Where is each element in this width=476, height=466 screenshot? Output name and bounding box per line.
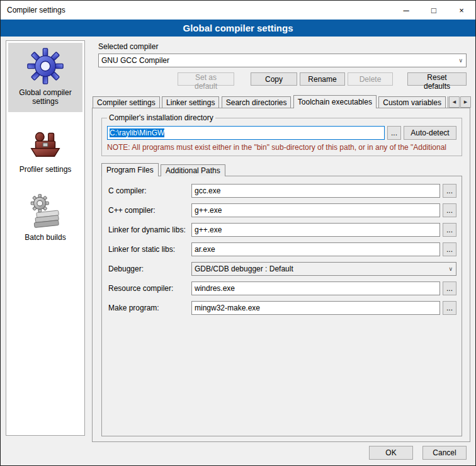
chevron-down-icon: ∨ (455, 54, 466, 67)
set-as-default-button[interactable]: Set as default (178, 72, 234, 86)
field-label: Linker for static libs: (108, 245, 191, 254)
dynamic-linker-input[interactable] (191, 223, 440, 237)
tab-toolchain-executables[interactable]: Toolchain executables (293, 95, 377, 108)
delete-button[interactable]: Delete (348, 72, 393, 86)
field-row-debugger: Debugger: GDB/CDB debugger : Default ∨ (108, 262, 456, 276)
sidebar-item-profiler-settings[interactable]: Profiler settings (8, 120, 82, 180)
field-label: Debugger: (108, 264, 191, 273)
subtab-additional-paths[interactable]: Additional Paths (161, 164, 225, 176)
window-controls: ─ □ × (392, 1, 475, 20)
sidebar-item-label: Global compiler settings (9, 88, 81, 106)
installation-directory-value: C:\raylib\MinGW (110, 128, 164, 137)
cancel-button[interactable]: Cancel (422, 446, 467, 460)
close-button[interactable]: × (448, 1, 475, 20)
ok-button[interactable]: OK (369, 446, 413, 460)
browse-cpp-compiler-button[interactable]: ... (443, 203, 456, 217)
field-row-resource-compiler: Resource compiler: ... (108, 281, 456, 295)
compiler-settings-window: Compiler settings ─ □ × Global compiler … (0, 0, 476, 466)
dialog-body: Global compiler settings Profiler settin… (1, 37, 475, 465)
browse-c-compiler-button[interactable]: ... (443, 184, 456, 198)
settings-tabstrip: Compiler settings Linker settings Search… (93, 95, 471, 108)
field-row-make-program: Make program: ... (108, 301, 456, 315)
tab-linker-settings[interactable]: Linker settings (162, 96, 219, 108)
main-panel: Selected compiler GNU GCC Compiler ∨ Set… (92, 37, 472, 465)
static-linker-input[interactable] (191, 242, 440, 256)
subtab-program-files[interactable]: Program Files (101, 163, 159, 176)
field-row-cpp-compiler: C++ compiler: ... (108, 203, 456, 217)
browse-directory-button[interactable]: ... (387, 126, 401, 140)
page-title: Global compiler settings (1, 20, 475, 37)
program-subtabs: Program Files Additional Paths (101, 163, 462, 176)
debugger-select[interactable]: GDB/CDB debugger : Default ∨ (191, 262, 456, 276)
tab-custom-variables[interactable]: Custom variables (378, 96, 446, 108)
window-title: Compiler settings (1, 6, 65, 14)
rename-button[interactable]: Rename (300, 72, 345, 86)
installation-directory-legend: Compiler's installation directory (107, 113, 215, 122)
sidebar-item-label: Profiler settings (9, 165, 81, 174)
compiler-select[interactable]: GNU GCC Compiler ∨ (98, 54, 467, 67)
reset-defaults-button[interactable]: Reset defaults (407, 72, 467, 86)
toolchain-executables-panel: Compiler's installation directory C:\ray… (92, 108, 470, 442)
maximize-button[interactable]: □ (420, 1, 448, 20)
tab-scroll-left-icon[interactable]: ◀ (449, 96, 460, 108)
batch-builds-icon (28, 193, 63, 229)
minimize-button[interactable]: ─ (392, 1, 420, 20)
titlebar: Compiler settings ─ □ × (1, 1, 475, 20)
tab-scroll-buttons: ◀ ▶ (448, 96, 471, 108)
gear-icon (27, 48, 64, 84)
selected-compiler-label: Selected compiler (98, 42, 158, 51)
tab-compiler-settings[interactable]: Compiler settings (93, 96, 160, 108)
browse-resource-compiler-button[interactable]: ... (443, 281, 456, 295)
tab-scroll-right-icon[interactable]: ▶ (460, 96, 471, 108)
field-label: Resource compiler: (108, 284, 191, 293)
debugger-select-value: GDB/CDB debugger : Default (195, 264, 293, 273)
sidebar-item-label: Batch builds (9, 233, 81, 242)
sidebar-item-global-compiler-settings[interactable]: Global compiler settings (8, 43, 82, 112)
auto-detect-button[interactable]: Auto-detect (404, 126, 456, 140)
program-files-panel: C compiler: ... C++ compiler: ... Linker… (101, 176, 462, 436)
c-compiler-input[interactable] (191, 184, 440, 198)
field-label: C++ compiler: (108, 206, 191, 215)
installation-directory-input[interactable]: C:\raylib\MinGW (107, 126, 385, 140)
compiler-select-value: GNU GCC Compiler (101, 56, 169, 65)
copy-button[interactable]: Copy (251, 72, 297, 86)
field-label: Make program: (108, 304, 191, 312)
field-label: Linker for dynamic libs: (108, 225, 191, 234)
browse-make-program-button[interactable]: ... (443, 301, 456, 315)
installation-directory-row: C:\raylib\MinGW ... Auto-detect (107, 126, 456, 140)
browse-static-linker-button[interactable]: ... (443, 242, 456, 256)
browse-dynamic-linker-button[interactable]: ... (443, 223, 456, 237)
chevron-down-icon: ∨ (445, 263, 456, 275)
dialog-footer: OK Cancel (369, 446, 467, 460)
make-program-input[interactable] (191, 301, 440, 315)
resource-compiler-input[interactable] (191, 281, 440, 295)
profiler-icon (28, 125, 63, 161)
field-row-static-linker: Linker for static libs: ... (108, 242, 456, 256)
sidebar-item-batch-builds[interactable]: Batch builds (8, 188, 82, 248)
field-label: C compiler: (108, 186, 191, 195)
cpp-compiler-input[interactable] (191, 203, 440, 217)
field-row-dynamic-linker: Linker for dynamic libs: ... (108, 223, 456, 237)
installation-directory-group: Compiler's installation directory C:\ray… (101, 113, 462, 156)
tab-search-directories[interactable]: Search directories (222, 96, 292, 108)
field-row-c-compiler: C compiler: ... (108, 184, 456, 198)
directory-note: NOTE: All programs must exist either in … (107, 143, 456, 152)
compiler-buttons-row: Set as default Copy Rename Delete Reset … (98, 72, 467, 86)
settings-sidebar: Global compiler settings Profiler settin… (6, 40, 85, 436)
